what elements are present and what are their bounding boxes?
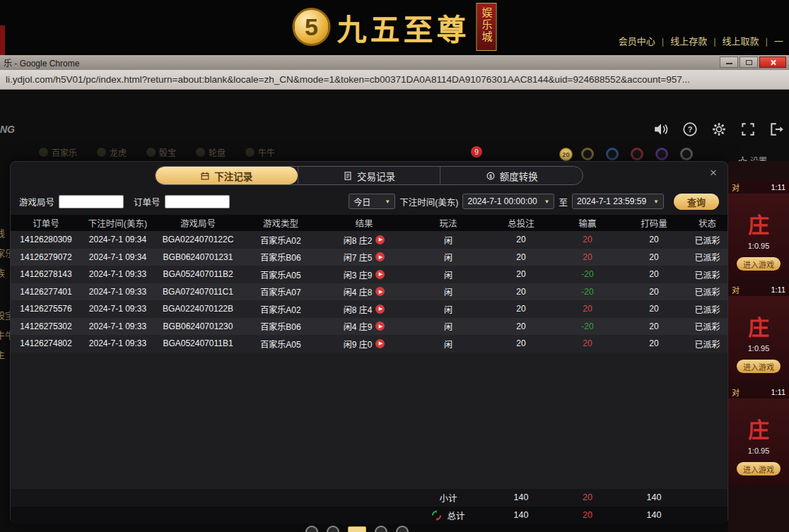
settings-gear-icon[interactable] [711, 122, 727, 137]
table-row[interactable]: 14126279072 2024-7-1 09:34 BGB0624070123… [11, 249, 727, 266]
pagination-page-box[interactable] [348, 526, 366, 532]
replay-icon[interactable]: ▶ [375, 321, 385, 331]
table-row[interactable]: 14126280309 2024-7-1 09:34 BGA0224070122… [11, 231, 727, 249]
replay-icon[interactable]: ▶ [375, 339, 385, 348]
modal-close-icon[interactable]: × [710, 167, 717, 179]
result-text: 闲8 庄2 [344, 234, 373, 246]
game-card[interactable]: 对 1:11 庄 1:0.95 进入游戏 [728, 180, 789, 280]
browser-urlbar[interactable]: li.ydjol.com/h5V01/pc/index.html?return=… [0, 70, 789, 90]
game-round-label: 游戏局号 [19, 195, 54, 208]
fullscreen-icon[interactable] [740, 122, 756, 137]
refresh-icon[interactable] [431, 510, 442, 521]
table-row[interactable]: 14126277401 2024-7-1 09:33 BGA072407011C… [11, 283, 727, 301]
game-category[interactable]: 牛牛 [245, 146, 275, 158]
replay-icon[interactable]: ▶ [375, 305, 385, 314]
game-category[interactable]: 骰宝 [146, 146, 176, 158]
sidebar-fragment[interactable]: 族 [0, 266, 5, 279]
cell-game-type: 百家乐A05 [260, 338, 300, 350]
replay-icon[interactable]: ▶ [375, 252, 385, 261]
cell-status: 已派彩 [694, 303, 720, 315]
logo-subtitle: 娱乐城 [477, 3, 497, 51]
game-card[interactable]: 对 1:11 庄 1:0.95 进入游戏 [728, 385, 789, 485]
cell-total-bet: 20 [516, 287, 525, 297]
enter-game-button[interactable]: 进入游戏 [737, 360, 781, 373]
pagination-next-button[interactable] [375, 526, 387, 532]
tab-bet-records[interactable]: 下注记录 [156, 167, 298, 184]
order-no-input[interactable] [165, 195, 230, 208]
pagination-prev-button[interactable] [327, 526, 339, 532]
site-nav-link[interactable]: 一 [759, 34, 783, 47]
exit-icon[interactable] [769, 122, 785, 137]
game-card[interactable]: 对 1:11 庄 1:0.95 进入游戏 [728, 283, 789, 383]
right-game-panel: 对 1:11 庄 1:0.95 进入游戏 对 1:11 庄 1:0.95 进入游… [728, 161, 789, 532]
pagination-last-button[interactable] [396, 526, 409, 532]
replay-icon[interactable]: ▶ [375, 287, 385, 296]
table-row[interactable]: 14126275576 2024-7-1 09:33 BGA0224070122… [11, 300, 727, 318]
game-category[interactable]: 龙虎 [97, 146, 127, 158]
result-text: 闲7 庄5 [344, 251, 373, 263]
enter-game-button[interactable]: 进入游戏 [737, 257, 781, 271]
cell-turnover: 20 [649, 235, 658, 244]
betting-chip-icon[interactable] [655, 148, 668, 160]
minimize-button[interactable] [720, 57, 738, 68]
result-text: 闲9 庄0 [344, 338, 373, 350]
enter-game-button[interactable]: 进入游戏 [737, 462, 781, 475]
column-header: 结果 [355, 216, 373, 230]
tab-credit-transfer[interactable]: $ 额度转换 [440, 167, 583, 184]
filter-row: 游戏局号 订单号 今日 ▼ 下注时间(美东) 2024-7-1 00:00:00… [19, 193, 719, 210]
maximize-icon [746, 60, 752, 65]
maximize-button[interactable] [740, 57, 758, 68]
site-nav-link[interactable]: 线上存款 [655, 34, 707, 47]
table-row[interactable]: 14126278143 2024-7-1 09:33 BGA052407011B… [11, 266, 727, 283]
betting-chip-icon[interactable] [631, 148, 643, 160]
result-text: 闲4 庄9 [344, 320, 373, 332]
search-button[interactable]: 查询 [674, 194, 719, 210]
odds-label: 1:0.95 [748, 344, 770, 353]
modal-tab-bar: 下注记录 交易记录 $ 额度转换 [155, 166, 583, 185]
subtotal-row: 小计 140 20 140 [11, 489, 727, 507]
svg-text:?: ? [688, 125, 693, 134]
tab-label: 额度转换 [500, 169, 538, 183]
betting-chip-icon[interactable] [606, 148, 619, 160]
game-round-input[interactable] [59, 195, 124, 208]
date-from-select[interactable]: 2024-7-1 00:00:00 ▼ [462, 194, 554, 209]
replay-icon[interactable]: ▶ [375, 235, 385, 244]
window-title: 乐 - Google Chrome [4, 57, 79, 69]
cell-result: 闲4 庄8 ▶ [344, 285, 385, 297]
date-to-select[interactable]: 2024-7-1 23:59:59 ▼ [572, 194, 664, 209]
coin-chip-icon[interactable]: 20 [559, 148, 573, 161]
cell-status: 已派彩 [694, 251, 720, 263]
help-icon[interactable]: ? [682, 122, 698, 137]
site-nav-link[interactable]: 线上取款 [707, 34, 759, 47]
close-button[interactable] [759, 57, 786, 68]
countdown-timer: 1:11 [771, 388, 785, 396]
browser-titlebar[interactable]: 乐 - Google Chrome [0, 55, 789, 70]
banker-result-label: 庄 [748, 317, 769, 338]
sidebar-fragment[interactable]: 线 [0, 226, 5, 240]
cell-bet-time: 2024-7-1 09:33 [89, 304, 146, 314]
chip-row [581, 148, 693, 160]
countdown-timer: 1:11 [771, 183, 785, 191]
date-range-select[interactable]: 今日 ▼ [349, 194, 395, 209]
sound-icon[interactable] [653, 122, 669, 137]
cell-play-type: 闲 [444, 251, 452, 263]
betting-chip-icon[interactable] [581, 148, 594, 160]
game-category[interactable]: 百家乐 [39, 146, 77, 158]
site-nav-link[interactable]: 会员中心 [619, 34, 655, 47]
cell-round-no: BGB06240701231 [163, 252, 233, 262]
cell-win-loss: 20 [583, 304, 592, 314]
tab-transaction-records[interactable]: 交易记录 [298, 167, 440, 184]
url-text[interactable]: li.ydjol.com/h5V01/pc/index.html?return=… [6, 74, 690, 85]
document-icon [343, 171, 353, 181]
grand-total-row: 总计 140 20 140 [11, 507, 727, 524]
table-row[interactable]: 14126274802 2024-7-1 09:33 BGA052407011B… [11, 335, 727, 353]
game-category[interactable]: 轮盘 [196, 146, 226, 158]
bet-time-label: 下注时间(美东) [399, 195, 458, 208]
cell-status: 已派彩 [694, 320, 720, 332]
pagination-first-button[interactable] [305, 526, 318, 532]
replay-icon[interactable]: ▶ [375, 270, 385, 279]
betting-chip-icon[interactable] [680, 148, 693, 160]
table-row[interactable]: 14126275302 2024-7-1 09:33 BGB0624070123… [11, 318, 727, 336]
sidebar-fragment[interactable]: 主 [0, 348, 5, 361]
cell-bet-time: 2024-7-1 09:34 [89, 252, 146, 262]
